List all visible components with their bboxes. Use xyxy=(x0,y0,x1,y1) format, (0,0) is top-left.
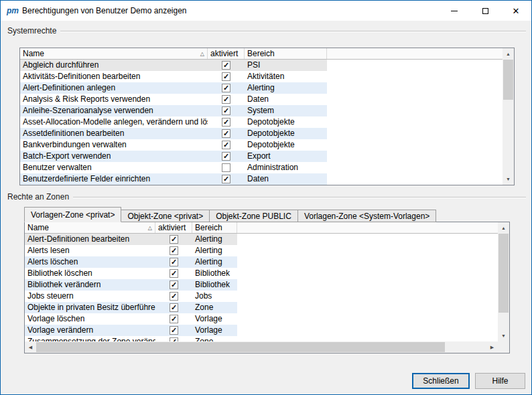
aktiviert-checkbox[interactable]: ✓ xyxy=(222,152,230,161)
table-row[interactable]: Bibliothek verändern✓Bibliothek xyxy=(25,279,237,291)
schliessen-button[interactable]: Schließen xyxy=(412,373,470,389)
check-icon: ✓ xyxy=(223,175,229,183)
column-header-name[interactable]: Name△ xyxy=(25,222,155,233)
column-header-bereich[interactable]: Bereich xyxy=(192,222,237,233)
aktiviert-checkbox[interactable]: ✓ xyxy=(170,303,178,312)
tab-zone-2[interactable]: Objekt-Zone PUBLIC xyxy=(209,210,298,222)
aktiviert-checkbox[interactable]: ✓ xyxy=(222,175,230,183)
aktiviert-checkbox[interactable]: ✓ xyxy=(222,95,230,104)
zonenrechte-group-header: Rechte an Zonen xyxy=(7,192,526,202)
cell-name: Alerts lesen xyxy=(25,245,155,256)
scroll-up-icon: ▲ xyxy=(501,226,506,230)
table-row[interactable]: Abgleich durchführen✓PSI xyxy=(20,60,327,71)
table-row[interactable]: Vorlage verändern✓Vorlage xyxy=(25,325,237,336)
aktiviert-checkbox[interactable]: ✓ xyxy=(170,258,178,266)
table-row[interactable]: Benutzer verwaltenAdministration xyxy=(20,162,327,173)
table-row[interactable]: Alerts löschen✓Alerting xyxy=(25,256,237,268)
vertical-scrollbar[interactable]: ▲ ▼ xyxy=(498,222,509,341)
aktiviert-checkbox[interactable]: ✓ xyxy=(222,129,230,138)
cell-bereich: PSI xyxy=(245,60,327,71)
table-row[interactable]: Aktivitäts-Definitionen bearbeiten✓Aktiv… xyxy=(20,71,327,82)
cell-aktiviert: ✓ xyxy=(155,256,192,268)
tab-zone-3[interactable]: Vorlagen-Zone <System-Vorlagen> xyxy=(297,210,436,222)
aktiviert-checkbox[interactable]: ✓ xyxy=(222,118,230,127)
column-header-label: aktiviert xyxy=(158,223,186,232)
table-row[interactable]: Objekte in privaten Besitz überführen✓Zo… xyxy=(25,302,237,313)
tab-zone-0[interactable]: Vorlagen-Zone <privat> xyxy=(24,207,121,222)
table-row[interactable]: Analysis & Risk Reports verwenden✓Daten xyxy=(20,94,327,105)
scroll-down-button[interactable]: ▼ xyxy=(498,330,509,341)
scroll-down-icon: ▼ xyxy=(506,177,511,181)
cell-aktiviert: ✓ xyxy=(155,279,192,291)
aktiviert-checkbox[interactable]: ✓ xyxy=(170,281,178,289)
aktiviert-checkbox[interactable]: ✓ xyxy=(170,292,178,301)
minimize-icon xyxy=(451,11,458,11)
sort-ascending-icon: △ xyxy=(198,51,204,57)
cell-bereich: Export xyxy=(245,151,327,162)
scroll-right-icon: ▶ xyxy=(490,345,494,350)
table-row[interactable]: Zusammensetzung der Zone verändern✓Zone xyxy=(25,336,237,341)
scrollbar-track[interactable] xyxy=(36,341,486,353)
scrollbar-thumb[interactable] xyxy=(36,342,445,352)
cell-bereich: Vorlage xyxy=(192,325,237,336)
check-icon: ✓ xyxy=(223,141,229,149)
aktiviert-checkbox[interactable]: ✓ xyxy=(170,269,178,278)
aktiviert-checkbox[interactable] xyxy=(222,163,230,172)
close-button[interactable]: ✕ xyxy=(501,1,531,21)
column-header-aktiviert[interactable]: aktiviert xyxy=(155,222,192,233)
group-divider xyxy=(73,197,526,198)
table-row[interactable]: Benutzerdefinierte Felder einrichten✓Dat… xyxy=(20,173,327,185)
table-row[interactable]: Alerts lesen✓Alerting xyxy=(25,245,237,256)
minimize-button[interactable] xyxy=(439,1,470,21)
scrollbar-track[interactable] xyxy=(498,234,509,330)
aktiviert-checkbox[interactable]: ✓ xyxy=(222,106,230,115)
scrollbar-thumb[interactable] xyxy=(498,234,509,313)
table-row[interactable]: Anleihe-Szenarioanalyse verwenden✓System xyxy=(20,105,327,116)
column-header-aktiviert[interactable]: aktiviert xyxy=(208,48,245,59)
check-icon: ✓ xyxy=(223,73,229,80)
horizontal-scrollbar[interactable]: ◀ ▶ xyxy=(25,341,498,353)
scroll-right-button[interactable]: ▶ xyxy=(486,341,498,353)
aktiviert-checkbox[interactable]: ✓ xyxy=(170,326,178,335)
check-icon: ✓ xyxy=(171,247,177,254)
aktiviert-checkbox[interactable]: ✓ xyxy=(170,315,178,323)
aktiviert-checkbox[interactable]: ✓ xyxy=(222,141,230,149)
cell-aktiviert: ✓ xyxy=(155,336,192,341)
aktiviert-checkbox[interactable]: ✓ xyxy=(222,72,230,81)
table-row[interactable]: Jobs steuern✓Jobs xyxy=(25,291,237,302)
table-row[interactable]: Bankverbindungen verwalten✓Depotobjekte xyxy=(20,139,327,151)
check-icon: ✓ xyxy=(171,293,177,300)
aktiviert-checkbox[interactable]: ✓ xyxy=(170,246,178,255)
hilfe-button[interactable]: Hilfe xyxy=(475,373,525,389)
column-header-bereich[interactable]: Bereich xyxy=(245,48,327,59)
vertical-scrollbar[interactable]: ▲ ▼ xyxy=(503,48,514,185)
table-row[interactable]: Alert-Definitionen anlegen✓Alerting xyxy=(20,82,327,94)
aktiviert-checkbox[interactable]: ✓ xyxy=(222,61,230,70)
column-header-label: Name xyxy=(23,49,44,58)
systemrechte-table-body: Abgleich durchführen✓PSIAktivitäts-Defin… xyxy=(20,60,503,185)
window-title: Berechtigungen von Benutzer Demo anzeige… xyxy=(22,6,187,15)
check-icon: ✓ xyxy=(223,118,229,126)
scroll-up-button[interactable]: ▲ xyxy=(498,222,509,234)
table-row[interactable]: Batch-Export verwenden✓Export xyxy=(20,151,327,162)
scroll-left-button[interactable]: ◀ xyxy=(25,341,36,353)
check-icon: ✓ xyxy=(171,304,177,311)
cell-aktiviert: ✓ xyxy=(208,151,245,162)
column-header-name[interactable]: Name△ xyxy=(20,48,208,59)
table-row[interactable]: Assetdefinitionen bearbeiten✓Depotobjekt… xyxy=(20,128,327,139)
cell-aktiviert: ✓ xyxy=(208,116,245,128)
zone-tabs: Vorlagen-Zone <privat>Objekt-Zone <priva… xyxy=(24,207,436,222)
scrollbar-thumb[interactable] xyxy=(503,60,513,100)
scroll-down-button[interactable]: ▼ xyxy=(503,173,514,185)
zonenrechte-table-header: Name△aktiviertBereich xyxy=(25,222,509,234)
table-row[interactable]: Alert-Definitionen bearbeiten✓Alerting xyxy=(25,234,237,245)
maximize-button[interactable] xyxy=(470,1,501,21)
aktiviert-checkbox[interactable]: ✓ xyxy=(222,84,230,92)
tab-zone-1[interactable]: Objekt-Zone <privat> xyxy=(121,210,210,222)
table-row[interactable]: Asset-Allocation-Modelle anlegen, veränd… xyxy=(20,116,327,128)
scrollbar-track[interactable] xyxy=(503,60,514,173)
table-row[interactable]: Vorlage löschen✓Vorlage xyxy=(25,313,237,325)
aktiviert-checkbox[interactable]: ✓ xyxy=(170,235,178,244)
scroll-up-button[interactable]: ▲ xyxy=(503,48,514,60)
table-row[interactable]: Bibliothek löschen✓Bibliothek xyxy=(25,268,237,279)
